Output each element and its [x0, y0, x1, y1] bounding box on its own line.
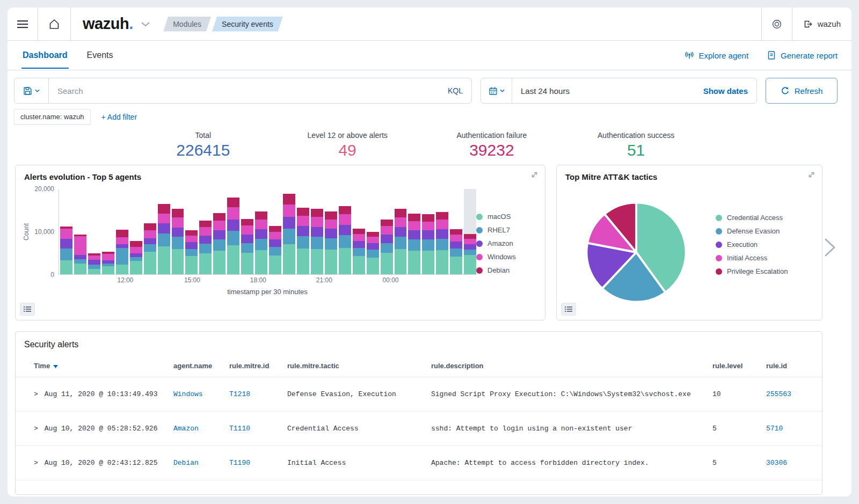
bar-column[interactable]: [130, 189, 142, 274]
bar-column[interactable]: [60, 189, 72, 274]
bar-segment-windows[interactable]: [283, 204, 295, 217]
bar-column[interactable]: [297, 189, 309, 274]
mitre-id-link[interactable]: T1190: [229, 459, 250, 467]
column-header-rule-id[interactable]: rule.id: [762, 355, 822, 377]
bar-segment-amazon[interactable]: [60, 239, 72, 249]
kql-language-button[interactable]: KQL: [439, 86, 471, 95]
bar-segment-macos[interactable]: [172, 249, 184, 274]
bar-column[interactable]: [450, 189, 462, 274]
tab-dashboard[interactable]: Dashboard: [21, 42, 69, 69]
user-menu-button[interactable]: wazuh: [792, 19, 851, 29]
bar-segment-macos[interactable]: [227, 245, 239, 274]
column-header-rule-mitre-tactic[interactable]: rule.mitre.tactic: [283, 355, 427, 377]
bar-segment-debian[interactable]: [325, 211, 337, 219]
bar-segment-rhel7[interactable]: [158, 233, 170, 246]
bar-segment-amazon[interactable]: [395, 227, 407, 237]
bar-column[interactable]: [353, 189, 365, 274]
bar-segment-windows[interactable]: [311, 217, 323, 227]
bar-column[interactable]: [116, 189, 128, 274]
column-header-rule-mitre-id[interactable]: rule.mitre.id: [225, 355, 283, 377]
bar-column[interactable]: [408, 189, 420, 274]
tab-events[interactable]: Events: [86, 42, 114, 69]
legend-item-credential-access[interactable]: Credential Access: [716, 214, 802, 222]
bar-segment-debian[interactable]: [297, 208, 309, 216]
agent-link[interactable]: Amazon: [173, 425, 199, 433]
bar-column[interactable]: [283, 189, 295, 274]
bar-segment-macos[interactable]: [241, 253, 253, 274]
bar-segment-windows[interactable]: [422, 222, 434, 231]
menu-button[interactable]: [8, 8, 38, 40]
bar-segment-debian[interactable]: [158, 204, 170, 214]
bar-segment-windows[interactable]: [74, 236, 86, 255]
inspect-panel-button[interactable]: [20, 303, 35, 316]
bar-column[interactable]: [436, 189, 448, 274]
bar-segment-rhel7[interactable]: [297, 236, 309, 249]
bar-segment-macos[interactable]: [464, 255, 476, 274]
bar-segment-macos[interactable]: [116, 265, 128, 274]
bar-segment-debian[interactable]: [130, 241, 142, 246]
bar-segment-amazon[interactable]: [422, 230, 434, 239]
bar-column[interactable]: [311, 189, 323, 274]
bar-segment-debian[interactable]: [172, 209, 184, 217]
bar-segment-windows[interactable]: [395, 217, 407, 227]
saved-query-menu-button[interactable]: [14, 78, 49, 103]
bar-segment-amazon[interactable]: [199, 236, 212, 244]
bar-column[interactable]: [395, 189, 407, 274]
bar-segment-debian[interactable]: [227, 198, 239, 207]
mitre-id-link[interactable]: T1110: [229, 425, 250, 433]
bar-segment-rhel7[interactable]: [255, 239, 267, 251]
bar-segment-amazon[interactable]: [381, 235, 393, 243]
row-expand-button[interactable]: >: [34, 425, 38, 433]
time-range-value[interactable]: Last 24 hours: [512, 86, 570, 96]
bar-segment-amazon[interactable]: [353, 241, 365, 248]
bar-segment-macos[interactable]: [395, 249, 407, 274]
inspect-panel-button[interactable]: [561, 303, 576, 316]
bar-segment-windows[interactable]: [241, 225, 253, 235]
rule-id-link[interactable]: 30306: [766, 459, 787, 467]
bar-segment-rhel7[interactable]: [422, 239, 434, 251]
bar-segment-macos[interactable]: [325, 250, 337, 274]
bar-segment-amazon[interactable]: [88, 260, 100, 265]
column-header-agent-name[interactable]: agent.name: [169, 355, 225, 377]
bar-segment-windows[interactable]: [325, 220, 337, 229]
agent-link[interactable]: Windows: [173, 390, 203, 398]
explore-agent-button[interactable]: Explore agent: [684, 50, 749, 60]
bar-column[interactable]: [88, 189, 100, 274]
agent-link[interactable]: Debian: [173, 459, 199, 467]
bar-segment-debian[interactable]: [450, 229, 462, 235]
bar-column[interactable]: [102, 189, 114, 274]
bar-segment-amazon[interactable]: [311, 227, 323, 237]
rule-id-link[interactable]: 5710: [766, 425, 783, 433]
bar-column[interactable]: [367, 189, 379, 274]
expand-panel-button[interactable]: [530, 171, 538, 181]
rule-id-link[interactable]: 255563: [766, 390, 791, 398]
bar-segment-windows[interactable]: [102, 254, 114, 260]
bar-segment-amazon[interactable]: [241, 235, 253, 243]
bar-segment-windows[interactable]: [339, 214, 351, 225]
bar-segment-rhel7[interactable]: [339, 235, 351, 248]
bar-segment-rhel7[interactable]: [325, 238, 337, 250]
bar-segment-amazon[interactable]: [269, 239, 281, 247]
refresh-button[interactable]: Refresh: [766, 78, 838, 104]
mitre-id-link[interactable]: T1218: [229, 390, 250, 398]
bar-segment-amazon[interactable]: [408, 230, 420, 239]
bar-segment-windows[interactable]: [60, 229, 72, 238]
bar-segment-amazon[interactable]: [325, 229, 337, 238]
row-expand-button[interactable]: >: [34, 459, 38, 467]
bar-segment-windows[interactable]: [408, 221, 420, 231]
bar-segment-rhel7[interactable]: [227, 231, 239, 245]
bar-segment-debian[interactable]: [283, 194, 295, 204]
bar-segment-macos[interactable]: [88, 269, 100, 274]
bar-column[interactable]: [74, 189, 86, 274]
bar-segment-rhel7[interactable]: [367, 250, 379, 257]
show-dates-button[interactable]: Show dates: [703, 86, 756, 96]
legend-item-initial-access[interactable]: Initial Access: [716, 254, 802, 262]
bar-segment-debian[interactable]: [144, 223, 156, 231]
bar-segment-amazon[interactable]: [450, 242, 462, 249]
bar-segment-rhel7[interactable]: [144, 244, 156, 252]
bar-segment-rhel7[interactable]: [311, 237, 323, 249]
bar-segment-macos[interactable]: [367, 258, 379, 274]
search-input[interactable]: [49, 86, 439, 96]
bar-column[interactable]: [464, 189, 476, 274]
bar-segment-windows[interactable]: [464, 239, 476, 244]
